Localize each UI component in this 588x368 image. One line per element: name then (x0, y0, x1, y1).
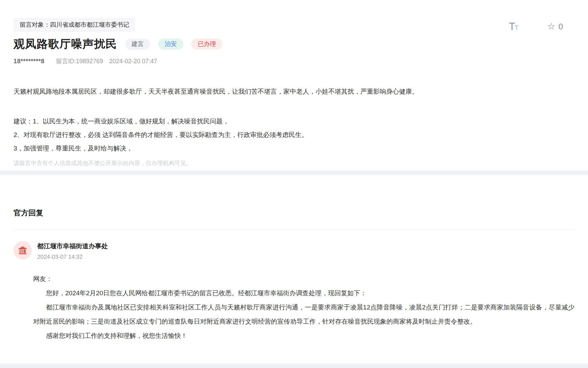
reply-datetime: 2024-03-07 14:32 (37, 254, 108, 260)
page-title: 观凤路歌厅噪声扰民 (14, 37, 117, 52)
message-card: 留言对象：四川省成都市都江堰市委书记 TT ☆ 0 观凤路歌厅噪声扰民 建言 治… (0, 0, 588, 170)
blank-line (14, 98, 574, 115)
message-id: 留言ID:19892769 (56, 57, 103, 65)
reply-header: 都江堰市幸福街道办事处 2024-03-07 14:32 (14, 241, 574, 260)
message-paragraph: 建议：1、以民生为本，统一商业娱乐区域，做好规划，解决噪音扰民问题， (14, 115, 574, 128)
font-size-icon[interactable]: TT (509, 21, 519, 32)
reply-paragraph: 您好，2024年2月20日您在人民网给都江堰市委书记的留言已收悉。经都江堰市幸福… (33, 286, 574, 300)
official-reply-section: 官方回复 都江堰市幸福街道办事处 2024-03-07 14:32 网友： 您好… (0, 175, 588, 343)
private-content-note: 该留言中含有个人信息或其他不便公开展示的内容，仅办理机构可见。 (14, 159, 574, 167)
tag-public-security: 治安 (158, 39, 183, 50)
message-paragraph: 2、对现有歌厅进行整改，必须 达到隔音条件的才能经营，要以实际勘查为主，行政审批… (14, 128, 574, 142)
reply-org-name: 都江堰市幸福街道办事处 (37, 242, 108, 251)
tag-suggestion: 建言 (125, 39, 150, 50)
message-paragraph: 3，加强管理，尊重民生，及时给与解决， (14, 142, 574, 155)
government-building-icon (18, 245, 28, 255)
message-datetime: 2024-02-20 07:47 (109, 58, 157, 65)
message-body: 天籁村观凤路地段本属居民区，却建很多歌厅，天天半夜甚至通宵噪音扰民，让我们苦不堪… (14, 85, 574, 155)
message-paragraph: 天籁村观凤路地段本属居民区，却建很多歌厅，天天半夜甚至通宵噪音扰民，让我们苦不堪… (14, 85, 574, 98)
reply-body: 网友： 您好，2024年2月20日您在人民网给都江堰市委书记的留言已收悉。经都江… (33, 272, 574, 343)
bottom-divider (0, 364, 588, 368)
message-meta: 18********8 留言ID:19892769 2024-02-20 07:… (14, 57, 574, 65)
message-target-label: 留言对象：四川省成都市都江堰市委书记 (14, 18, 135, 32)
section-divider (0, 170, 588, 175)
favorite-button[interactable]: ☆ 0 (547, 22, 563, 31)
favorite-count: 0 (559, 23, 563, 31)
reply-paragraph: 感谢您对我们工作的支持和理解，祝您生活愉快！ (33, 329, 574, 343)
reply-paragraph: 网友： (33, 272, 574, 286)
message-toolbar: TT ☆ 0 (509, 21, 563, 32)
reply-paragraph: 都江堰市幸福街办及属地社区已安排相关科室和社区工作人员与天籁村歌厅商家进行沟通，… (33, 300, 574, 329)
reply-divider-line (14, 230, 574, 230)
avatar (14, 241, 32, 259)
message-top-row: 留言对象：四川省成都市都江堰市委书记 TT ☆ 0 (14, 18, 574, 32)
title-row: 观凤路歌厅噪声扰民 建言 治安 已办理 (14, 37, 574, 52)
star-icon: ☆ (547, 22, 555, 31)
official-reply-heading: 官方回复 (14, 208, 574, 218)
masked-phone-number: 18********8 (14, 58, 45, 65)
tag-status-handled: 已办理 (191, 39, 222, 50)
reply-author-block: 都江堰市幸福街道办事处 2024-03-07 14:32 (37, 241, 108, 260)
